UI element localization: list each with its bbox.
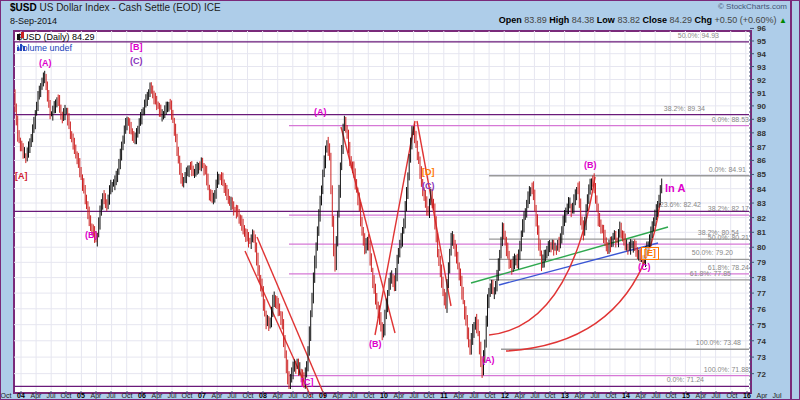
price-tick-label: 89 bbox=[757, 115, 766, 124]
date-axis-label: Oct bbox=[545, 392, 556, 399]
date-axis-label: 16 bbox=[743, 392, 751, 399]
legend-instrument: $USD (Daily) 84.29 bbox=[17, 32, 95, 42]
date-axis-label: 09 bbox=[319, 392, 327, 399]
date-axis-label: Apr bbox=[91, 392, 102, 399]
price-tick-label: 91 bbox=[757, 89, 766, 98]
date-axis-label: 10 bbox=[380, 392, 388, 399]
price-tick-label: 90 bbox=[757, 102, 766, 111]
date-axis-label: Jul bbox=[410, 392, 419, 399]
wave-label: (B) bbox=[584, 161, 597, 170]
date-axis-label: Apr bbox=[515, 392, 526, 399]
price-tick-label: 77 bbox=[757, 289, 766, 298]
date-axis-label: Oct bbox=[1, 392, 12, 399]
price-tick-label: 93 bbox=[757, 63, 766, 72]
date-axis-label: 11 bbox=[440, 392, 447, 399]
price-tick-label: 81 bbox=[757, 228, 766, 237]
date-axis-label: Oct bbox=[303, 392, 314, 399]
date-axis-label: Apr bbox=[333, 392, 344, 399]
date-axis-label: Oct bbox=[61, 392, 72, 399]
wave-label: (C) bbox=[422, 182, 435, 191]
price-tick-label: 96 bbox=[757, 24, 766, 33]
price-tick-label: 83 bbox=[757, 199, 766, 208]
date-axis-label: Jul bbox=[652, 392, 661, 399]
date-axis-label: Oct bbox=[364, 392, 375, 399]
date-axis-label: Jul bbox=[107, 392, 116, 399]
price-tick-label: 84 bbox=[757, 185, 766, 194]
price-tick-label: 95 bbox=[757, 37, 766, 46]
date-axis-label: 12 bbox=[501, 392, 509, 399]
wave-label: (A) bbox=[314, 108, 327, 117]
wave-label: (B) bbox=[85, 231, 98, 240]
price-tick-label: 72 bbox=[757, 370, 766, 379]
date-axis-label: Jul bbox=[168, 392, 177, 399]
price-tick-label: 85 bbox=[757, 170, 766, 179]
date-axis-label: Oct bbox=[182, 392, 193, 399]
wave-label: [B] bbox=[130, 43, 143, 52]
date-axis-label: Apr bbox=[696, 392, 707, 399]
wave-label: In A bbox=[665, 183, 685, 194]
date-axis-label: Jul bbox=[228, 392, 237, 399]
fib-label: 100.0%: 73.48 bbox=[661, 339, 741, 346]
date-axis-label: Jul bbox=[349, 392, 358, 399]
price-tick-label: 92 bbox=[757, 76, 766, 85]
wave-label: [E] bbox=[641, 247, 659, 260]
fib-label: 38.2%: 89.34 bbox=[625, 105, 705, 112]
wave-label: (A) bbox=[39, 59, 52, 68]
date-axis-label: Apr bbox=[636, 392, 647, 399]
price-tick-label: 76 bbox=[757, 305, 766, 314]
date-axis-label: Jul bbox=[773, 392, 782, 399]
price-tick-label: 80 bbox=[757, 243, 766, 252]
date-axis-label: Jul bbox=[591, 392, 600, 399]
date-axis-label: Apr bbox=[575, 392, 586, 399]
date-axis-label: 14 bbox=[622, 392, 630, 399]
date-axis-label: Apr bbox=[273, 392, 284, 399]
price-tick-label: 82 bbox=[757, 214, 766, 223]
date-axis-label: Jul bbox=[712, 392, 721, 399]
price-tick-label: 87 bbox=[757, 143, 766, 152]
fib-label: 50.0%: 79.20 bbox=[653, 249, 733, 256]
stockcharts-chart: $USD US Dollar Index - Cash Settle (EOD)… bbox=[0, 0, 800, 400]
fib-label: 38.2%: 82.17 bbox=[669, 205, 749, 212]
date-axis-label: Apr bbox=[757, 392, 768, 399]
price-tick-label: 75 bbox=[757, 321, 766, 330]
date-axis-label: 07 bbox=[198, 392, 206, 399]
legend-volume: Volume undef bbox=[17, 43, 72, 53]
red-2010-advance bbox=[375, 121, 415, 335]
date-axis-label: Oct bbox=[485, 392, 496, 399]
candles-icon bbox=[17, 32, 25, 41]
volume-bars-icon bbox=[17, 43, 26, 51]
date-axis-label: Oct bbox=[606, 392, 617, 399]
fib-label: 61.8%: 77.85 bbox=[651, 270, 731, 277]
fib-label: 100.0%: 71.88 bbox=[669, 366, 749, 373]
date-axis-label: Jul bbox=[47, 392, 56, 399]
date-axis-label: Apr bbox=[152, 392, 163, 399]
wave-label: (C) bbox=[130, 57, 143, 66]
fib-label: 0.0%: 88.53 bbox=[669, 116, 749, 123]
fib-label: 0.0%: 71.24 bbox=[624, 376, 704, 383]
wave-label: (B) bbox=[369, 340, 382, 349]
price-bars-down bbox=[15, 74, 643, 389]
date-axis-label: Apr bbox=[31, 392, 42, 399]
date-axis-label: Jul bbox=[470, 392, 479, 399]
date-axis-label: Oct bbox=[243, 392, 254, 399]
legend-instrument-text: $USD (Daily) 84.29 bbox=[17, 32, 95, 42]
wave-label: [C] bbox=[301, 378, 314, 387]
date-axis-label: Oct bbox=[122, 392, 133, 399]
date-axis-label: 06 bbox=[138, 392, 146, 399]
date-axis-label: 08 bbox=[259, 392, 267, 399]
red-2010-decline bbox=[417, 121, 451, 306]
wave-label: [A] bbox=[15, 172, 28, 181]
date-axis-label: 15 bbox=[682, 392, 690, 399]
price-tick-label: 73 bbox=[757, 353, 766, 362]
date-axis-label: Apr bbox=[394, 392, 405, 399]
price-tick-label: 94 bbox=[757, 50, 766, 59]
fib-label: 0.0%: 84.91 bbox=[666, 166, 746, 173]
price-tick-label: 78 bbox=[757, 274, 766, 283]
right-border bbox=[790, 1, 792, 399]
date-axis-label: Apr bbox=[212, 392, 223, 399]
date-axis-label: Oct bbox=[424, 392, 435, 399]
fib-label: 38.2%: 80.54 bbox=[659, 229, 739, 236]
price-tick-label: 86 bbox=[757, 156, 766, 165]
date-axis-label: 13 bbox=[561, 392, 569, 399]
wave-label: (C) bbox=[638, 263, 651, 272]
